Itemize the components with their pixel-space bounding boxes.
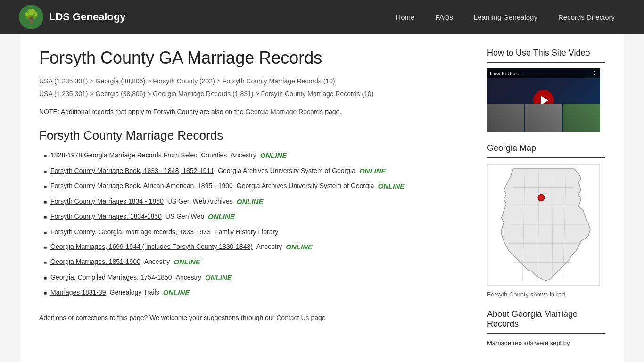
- video-title-text: How to Use t...: [490, 71, 524, 76]
- logo-area[interactable]: 🌳 LDS Genealogy: [19, 5, 126, 29]
- online-badge-7: ONLINE: [286, 242, 313, 253]
- records-section-title: Forsyth County Marriage Records: [39, 128, 468, 143]
- map-section-title: Georgia Map: [487, 143, 605, 158]
- svg-point-12: [538, 195, 545, 201]
- list-item: 1828-1978 Georgia Marriage Records From …: [44, 150, 468, 161]
- list-item: Marriages 1831-39 Genealogy Trails ONLIN…: [44, 288, 468, 298]
- breadcrumb-usa-1[interactable]: USA: [39, 77, 52, 85]
- logo-text: LDS Genealogy: [49, 11, 126, 23]
- record-link-4[interactable]: Forsyth County Marriages 1834 - 1850: [50, 197, 164, 206]
- about-section: About Georgia Marriage Records Marriage …: [487, 309, 605, 348]
- svg-text:🌳: 🌳: [23, 8, 40, 24]
- note-text: NOTE: Additional records that apply to F…: [39, 107, 468, 117]
- page-title: Forsyth County GA Marriage Records: [39, 48, 468, 68]
- breadcrumb-1: USA (1,235,301) > Georgia (38,806) > For…: [39, 76, 468, 86]
- record-link-7[interactable]: Georgia Marriages, 1699-1944 ( includes …: [50, 242, 253, 252]
- breadcrumb-usa-2[interactable]: USA: [39, 90, 52, 98]
- record-link-9[interactable]: Georgia, Compiled Marriages, 1754-1850: [50, 272, 172, 282]
- list-item: Forsyth County Marriages 1834 - 1850 US …: [44, 197, 468, 207]
- list-item: Georgia Marriages, 1699-1944 ( includes …: [44, 242, 468, 253]
- online-badge-8: ONLINE: [173, 257, 200, 268]
- main-nav: Home FAQs Learning Genealogy Records Dir…: [385, 9, 625, 25]
- about-text: Marriage records were kept by: [487, 338, 605, 348]
- online-badge-5: ONLINE: [208, 212, 235, 222]
- main-container: Forsyth County GA Marriage Records USA (…: [20, 34, 624, 362]
- breadcrumb-georgia-2[interactable]: Georgia: [95, 90, 119, 98]
- video-preview-3: [563, 104, 600, 132]
- contact-us-link[interactable]: Contact Us: [276, 314, 309, 321]
- video-section: How to Use This Site Video How to Use t.…: [487, 48, 605, 132]
- main-content: Forsyth County GA Marriage Records USA (…: [39, 48, 468, 360]
- site-header: 🌳 LDS Genealogy Home FAQs Learning Genea…: [0, 0, 644, 34]
- record-link-2[interactable]: Forsyth County Marriage Book, 1833 - 184…: [50, 166, 214, 176]
- record-link-10[interactable]: Marriages 1831-39: [50, 288, 106, 297]
- video-thumbnail[interactable]: How to Use t... ⋮: [487, 68, 600, 132]
- about-section-title: About Georgia Marriage Records: [487, 309, 605, 334]
- online-badge-4: ONLINE: [237, 197, 264, 207]
- video-section-title: How to Use This Site Video: [487, 48, 605, 63]
- logo-icon: 🌳: [19, 5, 43, 29]
- sidebar: How to Use This Site Video How to Use t.…: [487, 48, 605, 360]
- nav-faqs[interactable]: FAQs: [425, 9, 463, 25]
- georgia-marriage-records-link[interactable]: Georgia Marriage Records: [245, 108, 323, 115]
- record-link-5[interactable]: Forsyth County Marriages, 1834-1850: [50, 212, 162, 222]
- nav-learning-genealogy[interactable]: Learning Genealogy: [463, 9, 548, 25]
- breadcrumb-2: USA (1,235,301) > Georgia (38,806) > Geo…: [39, 89, 468, 99]
- video-menu-icon: ⋮: [592, 70, 597, 76]
- online-badge-1: ONLINE: [260, 150, 287, 161]
- nav-home[interactable]: Home: [385, 9, 425, 25]
- list-item: Forsyth County Marriage Book, 1833 - 184…: [44, 166, 468, 177]
- list-item: Forsyth County Marriage Book, African-Am…: [44, 181, 468, 192]
- list-item: Georgia, Compiled Marriages, 1754-1850 A…: [44, 272, 468, 283]
- online-badge-9: ONLINE: [205, 272, 232, 283]
- list-item: Forsyth County, Georgia, marriage record…: [44, 227, 468, 237]
- list-item: Georgia Marriages, 1851-1900 Ancestry ON…: [44, 257, 468, 268]
- records-list: 1828-1978 Georgia Marriage Records From …: [44, 150, 468, 298]
- breadcrumb-forsyth-county[interactable]: Forsyth County: [153, 77, 198, 85]
- nav-records-directory[interactable]: Records Directory: [548, 9, 625, 25]
- breadcrumb-georgia-marriage-records[interactable]: Georgia Marriage Records: [153, 90, 231, 98]
- video-preview-1: [487, 104, 524, 132]
- map-caption: Forsyth County shown in red: [487, 291, 600, 298]
- video-preview-2: [525, 104, 562, 132]
- list-item: Forsyth County Marriages, 1834-1850 US G…: [44, 212, 468, 222]
- record-link-3[interactable]: Forsyth County Marriage Book, African-Am…: [50, 181, 233, 191]
- georgia-map-container: Forsyth County shown in red: [487, 164, 600, 298]
- record-link-1[interactable]: 1828-1978 Georgia Marriage Records From …: [50, 150, 227, 160]
- record-link-6[interactable]: Forsyth County, Georgia, marriage record…: [50, 227, 211, 237]
- additions-text: Additions or corrections to this page? W…: [39, 313, 468, 323]
- online-badge-2: ONLINE: [359, 166, 386, 177]
- record-link-8[interactable]: Georgia Marriages, 1851-1900: [50, 257, 140, 267]
- online-badge-10: ONLINE: [163, 288, 190, 298]
- map-section: Georgia Map: [487, 143, 605, 298]
- online-badge-3: ONLINE: [378, 181, 405, 192]
- georgia-map: [487, 164, 600, 286]
- breadcrumb-georgia-1[interactable]: Georgia: [95, 77, 119, 85]
